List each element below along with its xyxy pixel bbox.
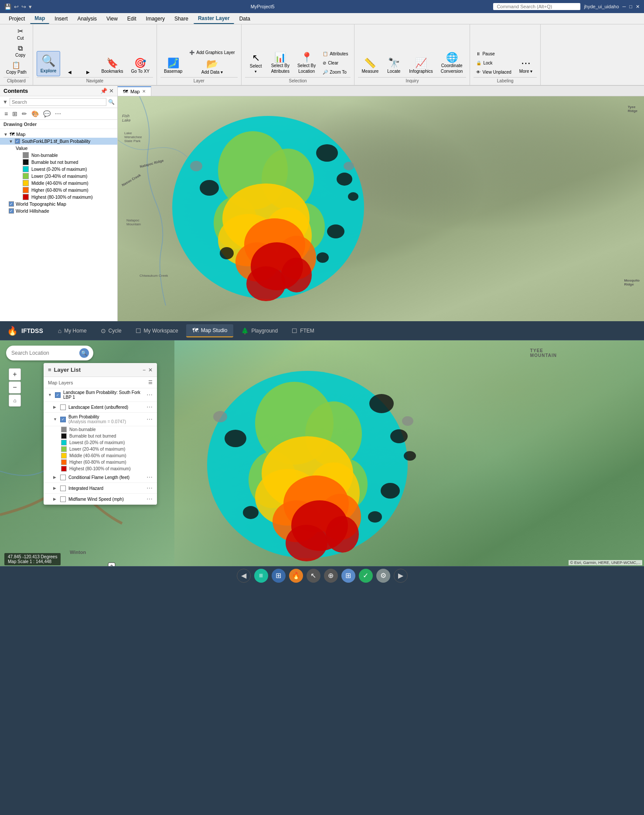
map-tab[interactable]: 🗺 Map ✕ xyxy=(118,86,151,96)
menu-insert[interactable]: Insert xyxy=(50,14,72,24)
edit-layer-btn[interactable]: ✏ xyxy=(20,109,29,118)
title-bar-left-icons[interactable]: 💾 ↩ ↪ ▾ xyxy=(4,3,32,10)
close-panel-icon[interactable]: ✕ xyxy=(109,88,114,94)
nav-map-studio[interactable]: 🗺 Map Studio xyxy=(186,324,234,337)
basemap-button[interactable]: 🗾 Basemap xyxy=(160,56,186,76)
cb-wind[interactable] xyxy=(60,496,66,502)
layer-item-burn-probability[interactable]: ▼ SouthForkLBP1.tif_Burn Probability xyxy=(0,138,117,145)
three-dots-wind[interactable]: ⋯ xyxy=(147,496,153,503)
menu-project[interactable]: Project xyxy=(4,14,29,24)
menu-data[interactable]: Data xyxy=(235,14,255,24)
three-dots-main[interactable]: ⋯ xyxy=(147,391,153,398)
zoom-in-btn[interactable]: + xyxy=(9,368,21,380)
pin-icon[interactable]: 📌 xyxy=(100,88,107,94)
grid-tool-btn[interactable]: ⊞ xyxy=(341,569,355,583)
close-panel-icon[interactable]: ✕ xyxy=(148,367,153,373)
checkbox-hillshade[interactable] xyxy=(9,208,14,214)
search-location-icon[interactable]: 🔍 xyxy=(79,348,89,358)
nav-cycle[interactable]: ⊙ Cycle xyxy=(95,325,128,337)
menu-map[interactable]: Map xyxy=(30,14,49,24)
menu-edit[interactable]: Edit xyxy=(123,14,141,24)
settings-tool-btn[interactable]: ⚙ xyxy=(376,569,390,583)
menu-raster-layer[interactable]: Raster Layer xyxy=(194,14,234,24)
more-contents-btn[interactable]: ⋯ xyxy=(53,109,63,118)
filter-layers-icon[interactable]: ☰ xyxy=(148,380,153,385)
nav-ftem[interactable]: ☐ FTEM xyxy=(286,325,320,337)
close-icon[interactable]: ✕ xyxy=(636,4,640,10)
forward-button[interactable]: ▶ xyxy=(79,68,97,76)
search-location-input[interactable] xyxy=(11,350,77,356)
contents-search-input[interactable] xyxy=(10,98,106,106)
redo-icon[interactable]: ↪ xyxy=(21,3,26,10)
nav-tool-btn[interactable]: ⊕ xyxy=(324,569,338,583)
three-dots-extent[interactable]: ⋯ xyxy=(147,404,153,411)
save-icon[interactable]: 💾 xyxy=(4,3,11,10)
pause-button[interactable]: ⏸ Pause xyxy=(474,50,514,58)
add-graphics-layer-button[interactable]: ➕ Add Graphics Layer xyxy=(187,48,237,57)
layer-list-item-wind[interactable]: ▶ Midflame Wind Speed (mph) ⋯ xyxy=(44,494,157,505)
layer-list-item-hazard[interactable]: ▶ Integrated Hazard ⋯ xyxy=(44,483,157,494)
add-data-button[interactable]: 📂 Add Data ▾ xyxy=(187,58,237,76)
layer-list-item-main[interactable]: ▼ Landscape Burn Probability: South Fork… xyxy=(44,388,157,402)
checkbox-burn[interactable] xyxy=(15,139,20,144)
three-dots-hazard[interactable]: ⋯ xyxy=(147,485,153,492)
symbology-btn[interactable]: 🎨 xyxy=(30,109,41,118)
attributes-button[interactable]: 📋 Attributes xyxy=(320,50,351,58)
locate-button[interactable]: 🔭 Locate xyxy=(383,56,405,76)
layer-item-world-topo[interactable]: World Topographic Map xyxy=(0,200,117,207)
iftdss-map[interactable]: Winton 2mi 2 TYEEMOUNTAIN xyxy=(0,340,644,584)
layer-list-item-flame[interactable]: ▶ Conditional Flame Length (feet) ⋯ xyxy=(44,472,157,483)
bookmarks-button[interactable]: 🔖 Bookmarks xyxy=(98,56,126,76)
menu-imagery[interactable]: Imagery xyxy=(142,14,169,24)
explore-button[interactable]: 🔍 Explore xyxy=(37,51,61,76)
command-search-input[interactable] xyxy=(493,3,580,10)
map-tab-close[interactable]: ✕ xyxy=(142,89,146,94)
view-unplaced-button[interactable]: 👁 View Unplaced xyxy=(474,68,514,76)
zoom-out-btn[interactable]: − xyxy=(9,381,21,394)
copy-button[interactable]: ⧉Copy xyxy=(12,43,29,59)
layer-item-world-hillshade[interactable]: World Hillshade xyxy=(0,207,117,214)
more-button[interactable]: ⋯ More ▾ xyxy=(515,56,537,76)
layer-item-map[interactable]: ▼ 🗺 Map xyxy=(0,131,117,138)
lock-button[interactable]: 🔒 Lock xyxy=(474,59,514,67)
go-to-xy-button[interactable]: 🎯 Go To XY xyxy=(127,56,153,76)
clear-button[interactable]: ⊘ Clear xyxy=(320,59,351,67)
cb-hazard[interactable] xyxy=(60,486,66,491)
layer-list-item-burn-prob[interactable]: ▼ Burn Probability(Analysis maximum = 0.… xyxy=(44,413,157,426)
three-dots-burn-prob[interactable]: ⋯ xyxy=(147,416,153,423)
select-by-location-button[interactable]: 📍 Select By Location xyxy=(294,50,319,76)
select-by-attributes-button[interactable]: 📊 Select By Attributes xyxy=(268,50,293,76)
maximize-icon[interactable]: □ xyxy=(629,4,632,9)
menu-analysis[interactable]: Analysis xyxy=(73,14,101,24)
measure-button[interactable]: 📏 Measure xyxy=(358,56,382,76)
copy-path-button[interactable]: 📋Copy Path xyxy=(3,60,29,76)
nav-my-home[interactable]: ⌂ My Home xyxy=(52,325,93,337)
zoom-to-button[interactable]: 🔎 Zoom To xyxy=(320,68,351,76)
cut-button[interactable]: ✂Cut xyxy=(12,26,29,42)
undo-icon[interactable]: ↩ xyxy=(14,3,19,10)
prev-map-btn[interactable]: ◀ xyxy=(237,569,251,583)
next-map-btn[interactable]: ▶ xyxy=(394,569,408,583)
more-icon[interactable]: ▾ xyxy=(29,3,32,10)
stack-tool-btn[interactable]: ⊞ xyxy=(272,569,286,583)
select-button[interactable]: ↖ Select ▾ xyxy=(245,51,267,76)
map-canvas[interactable]: FishLake LakeWenatcheeState Park TyeeRid… xyxy=(118,96,644,321)
home-extent-btn[interactable]: ⌂ xyxy=(9,394,21,407)
menu-share[interactable]: Share xyxy=(170,14,193,24)
coordinate-conversion-button[interactable]: 🌐 Coordinate Conversion xyxy=(437,50,467,76)
layer-list-item-extent[interactable]: ▶ Landscape Extent (unbuffered) ⋯ xyxy=(44,402,157,413)
cb-burn-prob[interactable] xyxy=(60,417,66,422)
back-button[interactable]: ◀ xyxy=(61,68,78,76)
thumbnail-view-btn[interactable]: ⊞ xyxy=(10,109,19,118)
cursor-tool-btn[interactable]: ↖ xyxy=(307,569,320,583)
checkbox-topo[interactable] xyxy=(9,201,14,207)
search-icon[interactable]: 🔍 xyxy=(108,99,115,105)
check-tool-btn[interactable]: ✓ xyxy=(359,569,373,583)
nav-playground[interactable]: 🌲 Playground xyxy=(235,325,284,337)
annotation-btn[interactable]: 💬 xyxy=(41,109,52,118)
minimize-icon[interactable]: ─ xyxy=(623,4,626,9)
cb-extent[interactable] xyxy=(60,404,66,410)
cb-flame[interactable] xyxy=(60,475,66,480)
menu-view[interactable]: View xyxy=(102,14,122,24)
fire-tool-btn[interactable]: 🔥 xyxy=(289,569,303,583)
